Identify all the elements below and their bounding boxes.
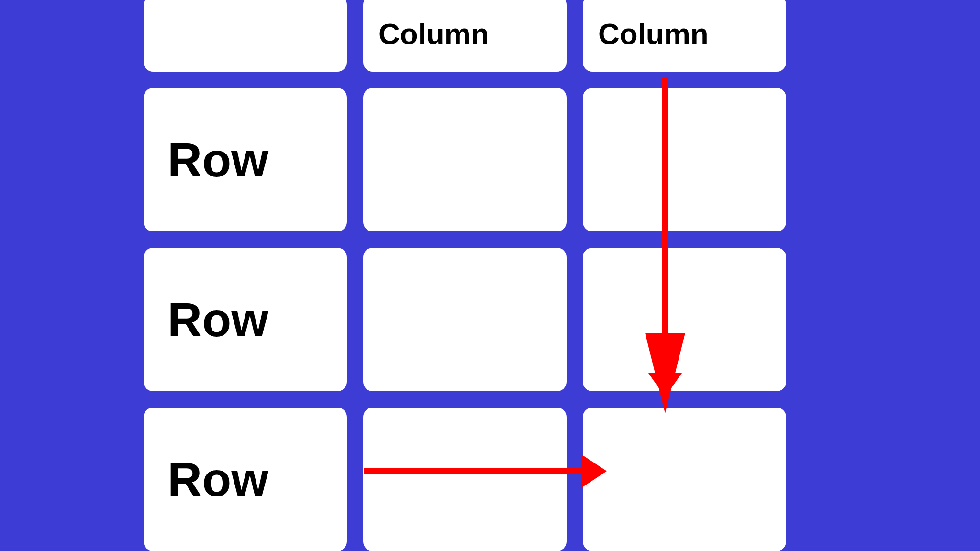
column-header-1: Column xyxy=(363,0,567,72)
data-cell xyxy=(363,248,567,391)
row-column-diagram: Column Column Row Row Row xyxy=(144,0,780,521)
row-header-3: Row xyxy=(144,408,347,551)
row-label: Row xyxy=(167,292,268,347)
data-cell xyxy=(583,88,786,231)
column-label: Column xyxy=(379,17,489,51)
row-header-2: Row xyxy=(144,248,347,391)
column-label: Column xyxy=(598,17,709,51)
row-label: Row xyxy=(167,132,268,187)
header-empty-cell xyxy=(144,0,347,72)
data-cell xyxy=(363,408,567,551)
data-cell xyxy=(583,248,786,391)
row-header-1: Row xyxy=(144,88,347,231)
data-cell xyxy=(363,88,567,231)
row-label: Row xyxy=(167,452,268,507)
data-cell xyxy=(583,408,786,551)
column-header-2: Column xyxy=(583,0,786,72)
